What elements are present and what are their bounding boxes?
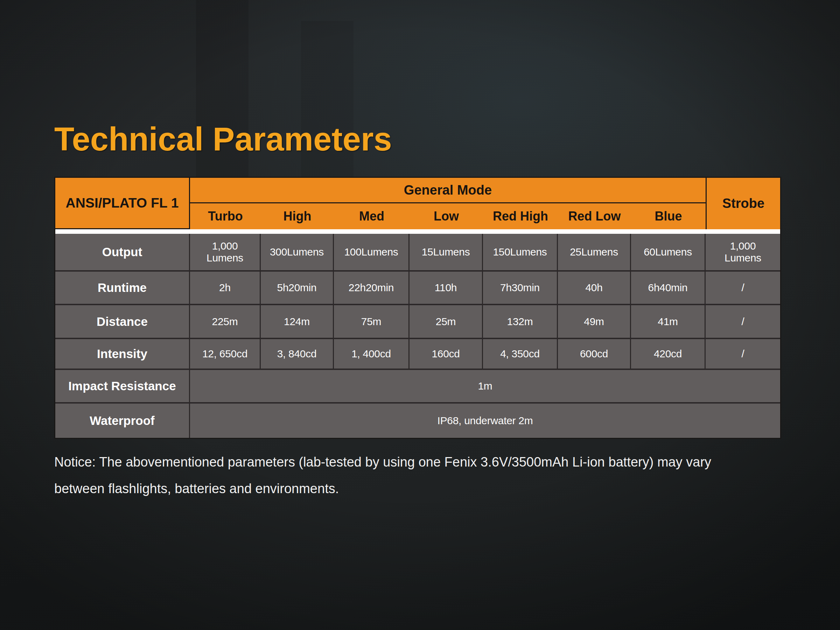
cell-intensity-blue: 420cd	[631, 339, 706, 370]
cell-output-turbo: 1,000 Lumens	[190, 234, 261, 272]
page-title: Technical Parameters	[54, 122, 392, 157]
cell-distance-high: 124m	[261, 305, 334, 339]
col-header-red-low: Red Low	[558, 203, 631, 229]
cell-distance-strobe: /	[706, 305, 780, 339]
cell-waterproof-value: IP68, underwater 2m	[190, 404, 780, 438]
cell-intensity-red-high: 4, 350cd	[483, 339, 558, 370]
cell-runtime-red-low: 40h	[558, 272, 631, 305]
cell-runtime-low: 110h	[409, 272, 483, 305]
cell-runtime-red-high: 7h30min	[483, 272, 558, 305]
cell-runtime-turbo: 2h	[190, 272, 261, 305]
col-header-turbo: Turbo	[190, 203, 261, 229]
cell-distance-blue: 41m	[631, 305, 706, 339]
notice-text: Notice: The abovementioned parameters (l…	[54, 449, 793, 502]
cell-distance-med: 75m	[334, 305, 409, 339]
row-label-impact-resistance: Impact Resistance	[55, 370, 190, 404]
row-label-waterproof: Waterproof	[55, 404, 190, 438]
general-mode-group-header: General Mode	[190, 178, 706, 203]
cell-output-high: 300Lumens	[261, 234, 334, 272]
cell-output-low: 15Lumens	[409, 234, 483, 272]
col-header-red-high: Red High	[483, 203, 558, 229]
header-separator-band	[55, 229, 780, 234]
cell-intensity-low: 160cd	[409, 339, 483, 370]
cell-intensity-med: 1, 400cd	[334, 339, 409, 370]
cell-output-blue: 60Lumens	[631, 234, 706, 272]
background-texture-shape	[196, 0, 248, 185]
strobe-column-header: Strobe	[706, 178, 780, 229]
cell-intensity-high: 3, 840cd	[261, 339, 334, 370]
slide-background: Technical Parameters ANSI/PLATO FL 1 Gen…	[0, 0, 840, 630]
cell-output-med: 100Lumens	[334, 234, 409, 272]
cell-output-red-low: 25Lumens	[558, 234, 631, 272]
row-label-distance: Distance	[55, 305, 190, 339]
cell-distance-low: 25m	[409, 305, 483, 339]
cell-intensity-strobe: /	[706, 339, 780, 370]
row-label-output: Output	[55, 234, 190, 272]
row-label-intensity: Intensity	[55, 339, 190, 370]
cell-impact-resistance-value: 1m	[190, 370, 780, 404]
table-corner-header: ANSI/PLATO FL 1	[55, 178, 190, 229]
cell-distance-red-low: 49m	[558, 305, 631, 339]
notice-line-1: Notice: The abovementioned parameters (l…	[54, 455, 711, 469]
cell-distance-turbo: 225m	[190, 305, 261, 339]
cell-output-strobe: 1,000 Lumens	[706, 234, 780, 272]
cell-runtime-strobe: /	[706, 272, 780, 305]
col-header-high: High	[261, 203, 334, 229]
col-header-med: Med	[334, 203, 409, 229]
col-header-low: Low	[409, 203, 483, 229]
cell-output-red-high: 150Lumens	[483, 234, 558, 272]
cell-runtime-blue: 6h40min	[631, 272, 706, 305]
cell-distance-red-high: 132m	[483, 305, 558, 339]
cell-runtime-high: 5h20min	[261, 272, 334, 305]
spec-table: ANSI/PLATO FL 1 General Mode Strobe Turb…	[54, 177, 781, 439]
background-texture-shape	[301, 21, 354, 185]
cell-intensity-red-low: 600cd	[558, 339, 631, 370]
cell-runtime-med: 22h20min	[334, 272, 409, 305]
col-header-blue: Blue	[631, 203, 706, 229]
cell-intensity-turbo: 12, 650cd	[190, 339, 261, 370]
notice-line-2: between flashlights, batteries and envir…	[54, 481, 339, 496]
row-label-runtime: Runtime	[55, 272, 190, 305]
